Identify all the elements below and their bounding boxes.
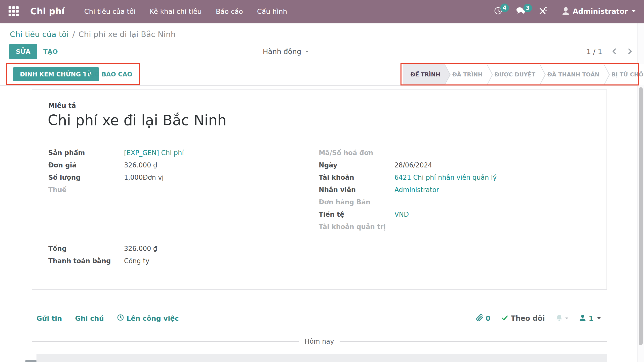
messages-button[interactable]: 3 [516, 7, 526, 16]
user-avatar-icon [562, 7, 570, 16]
chevron-down-icon [305, 51, 308, 53]
account-link[interactable]: 6421 Chi phí nhân viên quản lý [394, 174, 497, 181]
field-label-taxes: Thuế [48, 186, 124, 194]
following-label: Theo dõi [511, 314, 545, 323]
breadcrumb-current: Chi phí xe đi lại Bắc Ninh [78, 30, 176, 39]
send-message-button[interactable]: Gửi tin [36, 314, 62, 322]
breadcrumb: Chi tiêu của tôi / Chi phí xe đi lại Bắc… [10, 30, 176, 39]
fields-right-column: Mã/Số hoá đơn Ngày 28/06/2024 Tài khoản … [319, 147, 590, 233]
description-label: Miêu tả [48, 102, 76, 109]
breadcrumb-parent-link[interactable]: Chi tiêu của tôi [10, 30, 69, 39]
totals-block: Tổng 326.000 ₫ Thanh toán bằng Công ty [48, 242, 300, 267]
apps-menu-icon[interactable] [9, 6, 19, 16]
product-link[interactable]: [EXP_GEN] Chi phí [124, 149, 184, 157]
pager-next-button[interactable] [626, 48, 633, 56]
attachment-count: 0 [486, 314, 491, 322]
breadcrumb-separator: / [72, 30, 75, 39]
field-label-bill-reference: Mã/Số hoá đơn [319, 149, 394, 157]
messages-badge: 3 [524, 4, 532, 12]
status-step-label: ĐỂ TRÌNH [411, 71, 440, 78]
field-value-quantity: 1,000Đơn vị [124, 174, 300, 181]
employee-link[interactable]: Administrator [394, 186, 439, 194]
person-icon [579, 314, 586, 323]
fields-left-column: Sản phẩm [EXP_GEN] Chi phí Đơn giá 326.0… [48, 147, 300, 196]
uom-value: Đơn vị [143, 174, 164, 181]
form-statusbar-row: ĐÍNH KÈM CHỨNG TỪ TẠO BÁO CÁO ĐỂ TRÌNH Đ… [0, 64, 644, 85]
systray: 4 3 [494, 6, 635, 16]
status-step-refused[interactable]: BỊ TỪ CHỐI [604, 64, 644, 85]
field-value-total: 326.000 ₫ [124, 245, 300, 252]
field-label-paid-by: Thanh toán bằng [48, 257, 124, 265]
pager-previous-button[interactable] [611, 48, 618, 56]
field-label-sale-order: Đơn hàng Bán [319, 198, 394, 206]
subscription-bell-button[interactable] [555, 314, 568, 323]
schedule-activity-button[interactable]: Lên công việc [117, 314, 179, 323]
menu-reporting[interactable]: Báo cáo [216, 8, 243, 15]
chatter-tools: 0 Theo dõi 1 [476, 311, 601, 325]
field-label-product: Sản phẩm [48, 149, 124, 157]
message-avatar-partial [25, 360, 36, 362]
activities-badge: 4 [500, 4, 509, 12]
status-step-label: ĐÃ TRÌNH [452, 71, 482, 78]
field-label-currency: Tiền tệ [319, 211, 394, 218]
field-value-account: 6421 Chi phí nhân viên quản lý [394, 174, 590, 181]
chevron-right-icon [626, 48, 633, 56]
status-step-paid[interactable]: ĐÃ THANH TOÁN [540, 64, 604, 85]
debug-tools-button[interactable] [538, 6, 547, 16]
attachments-button[interactable]: 0 [476, 314, 491, 323]
action-dropdown[interactable]: Hành động [259, 44, 312, 59]
activities-button[interactable]: 4 [494, 7, 502, 16]
user-menu[interactable]: Administrator [562, 7, 635, 16]
chevron-down-icon [565, 318, 568, 319]
expense-form-sheet: Miêu tả Chi phí xe đi lại Bắc Ninh Sản p… [32, 89, 607, 290]
field-value-product: [EXP_GEN] Chi phí [124, 149, 300, 157]
field-value-date: 28/06/2024 [394, 161, 590, 169]
field-value-unit-price: 326.000 ₫ [124, 161, 300, 169]
top-navbar: Chi phí Chi tiêu của tôi Kê khai chi tiê… [0, 0, 644, 23]
field-label-quantity: Số lượng [48, 174, 124, 181]
check-icon [501, 314, 508, 323]
pager-value: 1 / 1 [586, 48, 602, 56]
status-step-to-submit[interactable]: ĐỂ TRÌNH [403, 64, 445, 85]
create-button[interactable]: TẠO [43, 44, 58, 59]
currency-link[interactable]: VND [394, 211, 409, 218]
tools-icon [538, 6, 547, 16]
schedule-activity-label: Lên công việc [127, 314, 179, 322]
status-step-approved[interactable]: ĐƯỢC DUYỆT [487, 64, 540, 85]
bell-icon [555, 314, 563, 323]
user-name: Administrator [573, 7, 628, 16]
app-name[interactable]: Chi phí [30, 6, 65, 16]
status-step-submitted[interactable]: ĐÃ TRÌNH [445, 64, 487, 85]
pager: 1 / 1 [586, 44, 633, 59]
control-panel: SỬA TẠO Hành động 1 / 1 [0, 44, 644, 60]
edit-button[interactable]: SỬA [9, 44, 37, 59]
divider [0, 85, 644, 86]
field-label-employee: Nhân viên [319, 186, 394, 194]
field-value-paid-by: Công ty [124, 257, 300, 265]
statusbar-steps: ĐỂ TRÌNH ĐÃ TRÌNH ĐƯỢC DUYỆT ĐÃ THANH TO… [403, 64, 636, 85]
menu-configuration[interactable]: Cấu hình [257, 8, 287, 15]
chatter-buttons: Gửi tin Ghi chú Lên công việc [36, 311, 179, 325]
field-label-analytic-account: Tài khoản quản trị [319, 223, 394, 231]
quantity-value: 1,000 [124, 174, 143, 181]
status-step-label: ĐÃ THANH TOÁN [547, 71, 599, 78]
scrollbar-thumb[interactable] [639, 87, 643, 345]
create-report-button[interactable]: TẠO BÁO CÁO [86, 67, 132, 81]
following-button[interactable]: Theo dõi [501, 314, 545, 323]
log-note-button[interactable]: Ghi chú [75, 314, 104, 322]
message-row-partial [36, 354, 607, 362]
field-value-currency: VND [394, 211, 590, 218]
divider [0, 301, 644, 301]
paperclip-icon [476, 314, 484, 323]
menu-expense-reports[interactable]: Kê khai chi tiêu [150, 8, 202, 15]
followers-button[interactable]: 1 [579, 314, 601, 323]
app-menus: Chi tiêu của tôi Kê khai chi tiêu Báo cá… [84, 8, 287, 15]
menu-my-expenses[interactable]: Chi tiêu của tôi [84, 8, 136, 15]
field-label-total: Tổng [48, 245, 124, 252]
date-divider: Hôm nay [32, 337, 607, 346]
field-label-date: Ngày [319, 161, 394, 169]
clock-icon [117, 314, 124, 323]
field-value-employee: Administrator [394, 186, 590, 194]
field-label-unit-price: Đơn giá [48, 161, 124, 169]
followers-count: 1 [589, 314, 593, 322]
